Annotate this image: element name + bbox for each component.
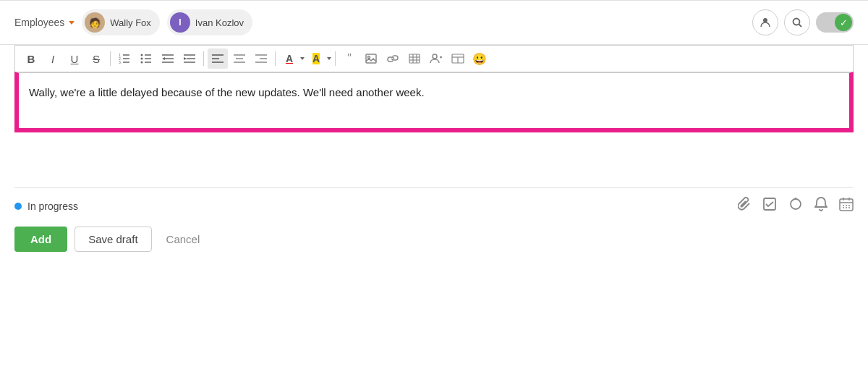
refresh-icon[interactable]	[788, 197, 803, 215]
strikethrough-button[interactable]: S	[86, 48, 106, 69]
header-actions: ✓	[752, 9, 854, 35]
svg-point-1	[793, 19, 800, 25]
status-label: In progress	[27, 200, 78, 212]
toggle-knob: ✓	[835, 14, 852, 31]
svg-point-39	[433, 54, 437, 59]
svg-text:3.: 3.	[119, 60, 122, 64]
check-icon[interactable]	[762, 197, 777, 215]
bg-color-arrow[interactable]	[327, 57, 331, 60]
person-icon-btn[interactable]	[752, 9, 778, 35]
svg-rect-34	[409, 54, 420, 63]
bg-color-group: A	[306, 48, 331, 69]
unordered-list-button[interactable]	[136, 48, 156, 69]
ordered-list-button[interactable]: 1.2.3.	[114, 48, 135, 69]
calendar-icon[interactable]	[839, 197, 854, 215]
svg-point-14	[141, 62, 143, 64]
indent-decrease-button[interactable]	[158, 48, 178, 69]
editor-container: B I U S 1.2.3. A	[14, 45, 854, 132]
underline-button[interactable]: U	[64, 48, 85, 69]
font-color-group: A	[279, 48, 305, 69]
blockquote-button[interactable]: "	[339, 48, 359, 69]
employees-label: Employees	[14, 17, 64, 28]
link-button[interactable]	[383, 48, 403, 69]
svg-rect-45	[764, 198, 775, 210]
employees-dropdown[interactable]: Employees	[14, 17, 75, 28]
status-badge: In progress	[14, 200, 78, 212]
editor-content[interactable]: Wally, we're a little delayed because of…	[17, 72, 851, 130]
status-dot	[14, 203, 22, 210]
employee-name-wally: Wally Fox	[110, 17, 151, 28]
chevron-down-icon	[69, 21, 75, 25]
svg-marker-18	[162, 57, 165, 60]
toggle-switch[interactable]: ✓	[816, 12, 854, 33]
bell-icon[interactable]	[814, 197, 827, 215]
font-color-button[interactable]: A	[279, 48, 299, 69]
indent-increase-button[interactable]	[179, 48, 200, 69]
svg-rect-32	[366, 54, 376, 63]
footer-area: In progress	[0, 176, 868, 215]
svg-line-2	[799, 25, 802, 28]
toolbar-divider-1	[110, 51, 111, 66]
search-icon-btn[interactable]	[784, 9, 810, 35]
svg-rect-46	[840, 199, 853, 211]
footer-icons	[738, 197, 854, 215]
editor-content-wrapper: Wally, we're a little delayed because of…	[14, 72, 854, 132]
svg-marker-22	[184, 57, 187, 60]
align-right-button[interactable]	[251, 48, 271, 69]
table-button[interactable]	[404, 48, 425, 69]
attach-icon[interactable]	[738, 197, 751, 215]
layout-button[interactable]	[448, 48, 468, 69]
bold-button[interactable]: B	[21, 48, 41, 69]
svg-point-0	[763, 18, 767, 22]
employee-tag-ivan[interactable]: I Ivan Kozlov	[167, 9, 252, 35]
italic-button[interactable]: I	[43, 48, 63, 69]
toolbar-divider-2	[203, 51, 204, 66]
editor-toolbar: B I U S 1.2.3. A	[14, 45, 854, 72]
save-draft-button[interactable]: Save draft	[75, 227, 151, 252]
action-row: Add Save draft Cancel	[0, 215, 868, 266]
svg-point-12	[141, 54, 143, 56]
person-add-button[interactable]	[426, 48, 446, 69]
svg-point-13	[141, 58, 143, 60]
avatar-wally: 🧑	[85, 12, 105, 33]
image-button[interactable]	[361, 48, 381, 69]
add-button[interactable]: Add	[14, 227, 67, 252]
header-bar: Employees 🧑 Wally Fox I Ivan Kozlov ✓	[0, 1, 868, 45]
emoji-button[interactable]: 😀	[469, 48, 490, 69]
status-row: In progress	[14, 187, 854, 215]
align-left-button[interactable]	[208, 48, 228, 69]
toolbar-divider-3	[275, 51, 276, 66]
font-color-arrow[interactable]	[300, 57, 305, 60]
cancel-button[interactable]: Cancel	[159, 227, 208, 251]
toolbar-divider-4	[335, 51, 336, 66]
bg-color-button[interactable]: A	[306, 48, 326, 69]
employee-tag-wally[interactable]: 🧑 Wally Fox	[82, 9, 160, 35]
employee-name-ivan: Ivan Kozlov	[195, 17, 244, 28]
align-center-button[interactable]	[229, 48, 250, 69]
avatar-ivan: I	[170, 12, 190, 33]
